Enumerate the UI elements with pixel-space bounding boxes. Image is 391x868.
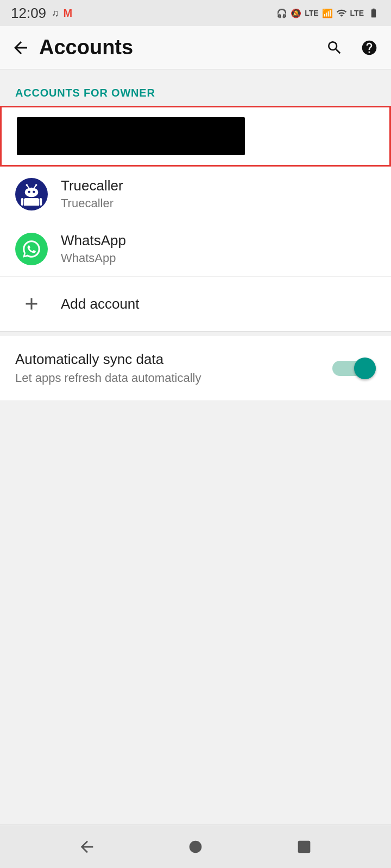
auto-sync-toggle[interactable] <box>332 358 376 379</box>
svg-point-5 <box>28 190 30 193</box>
content: ACCOUNTS FOR OWNER <box>0 69 391 825</box>
whatsapp-subtitle: WhatsApp <box>61 251 126 265</box>
app-bar: Accounts <box>0 26 391 69</box>
status-icons-left: ♫ M <box>52 7 72 20</box>
truecaller-icon <box>15 178 48 210</box>
truecaller-name: Truecaller <box>61 177 123 194</box>
nav-bar <box>0 825 391 868</box>
svg-point-2 <box>26 184 28 186</box>
app-bar-actions <box>321 35 382 61</box>
gmail-icon: M <box>64 7 73 20</box>
auto-sync-title: Automatically sync data <box>15 351 332 368</box>
svg-point-12 <box>190 840 202 853</box>
auto-sync-section: Automatically sync data Let apps refresh… <box>0 336 391 400</box>
mute-icon: 🔕 <box>291 8 301 18</box>
svg-rect-7 <box>24 198 39 206</box>
page-title: Accounts <box>39 36 321 59</box>
truecaller-subtitle: Truecaller <box>61 196 123 210</box>
whatsapp-account-item[interactable]: WhatsApp WhatsApp <box>0 221 391 276</box>
section-divider <box>0 331 391 331</box>
signal-icon <box>336 8 347 18</box>
status-time: 12:09 <box>11 5 46 22</box>
whatsapp-icon <box>15 233 48 265</box>
whatsapp-account-text: WhatsApp WhatsApp <box>61 232 126 265</box>
svg-rect-4 <box>25 187 39 197</box>
lte2-icon: LTE <box>350 9 364 17</box>
status-icons-right: 🎧 🔕 LTE 📶 LTE <box>276 8 380 18</box>
add-account-item[interactable]: Add account <box>0 276 391 331</box>
lte-icon: LTE <box>305 9 318 17</box>
svg-point-6 <box>33 190 35 193</box>
toggle-thumb <box>354 358 376 379</box>
help-button[interactable] <box>356 35 382 61</box>
nav-home-button[interactable] <box>180 832 211 862</box>
search-button[interactable] <box>321 35 348 61</box>
spotify-icon: ♫ <box>52 8 59 19</box>
svg-rect-8 <box>21 198 23 206</box>
whatsapp-name: WhatsApp <box>61 232 126 249</box>
add-account-label: Add account <box>61 296 140 312</box>
nav-back-button[interactable] <box>72 832 102 862</box>
plus-icon <box>15 288 48 320</box>
back-button[interactable] <box>9 36 33 60</box>
truecaller-account-item[interactable]: Truecaller Truecaller <box>0 167 391 221</box>
wifi-icon: 📶 <box>322 8 333 18</box>
truecaller-account-text: Truecaller Truecaller <box>61 177 123 210</box>
svg-rect-13 <box>298 840 311 853</box>
status-bar: 12:09 ♫ M 🎧 🔕 LTE 📶 LTE <box>0 0 391 26</box>
battery-icon <box>367 8 380 18</box>
nav-recents-button[interactable] <box>289 832 319 862</box>
auto-sync-text: Automatically sync data Let apps refresh… <box>15 351 332 385</box>
svg-point-3 <box>35 184 37 186</box>
redacted-content <box>17 117 245 155</box>
section-header: ACCOUNTS FOR OWNER <box>0 74 391 106</box>
redacted-account-item[interactable] <box>0 106 391 167</box>
auto-sync-subtitle: Let apps refresh data automatically <box>15 371 332 385</box>
svg-rect-9 <box>40 198 42 206</box>
headphone-icon: 🎧 <box>276 8 287 18</box>
